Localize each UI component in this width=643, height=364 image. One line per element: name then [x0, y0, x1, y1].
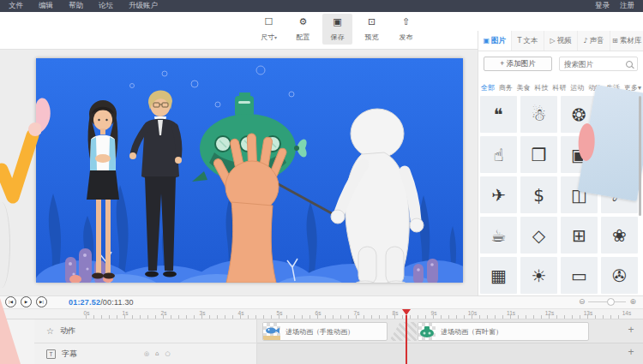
cat-business[interactable]: 商务 [499, 83, 513, 92]
zoom-in-icon[interactable]: ⊕ [629, 298, 636, 306]
tool-icon: ⊡ [357, 16, 387, 27]
search-icon[interactable] [626, 61, 633, 68]
timeline-ruler[interactable]: 0s1s2s3s4s5s6s7s8s9s10s11s12s13s14s [0, 308, 643, 319]
panel-scrollbar[interactable] [639, 96, 641, 216]
subtitle-t-icon: T [46, 349, 56, 359]
tool-icon: ▣ [322, 16, 352, 27]
tab-library[interactable]: ⊞ 素材库 [610, 31, 643, 51]
tab-images[interactable]: ▣ 图片 [478, 31, 512, 51]
tab-icon: ▣ [484, 37, 490, 45]
link-icon[interactable]: ○ [165, 350, 171, 357]
tab-audio[interactable]: ♪ 声音 [578, 31, 611, 51]
cat-food[interactable]: 美食 [517, 83, 531, 92]
skip-start-button[interactable]: |◀ [5, 296, 16, 307]
subtitle-track-lane[interactable] [257, 343, 643, 364]
clip-thumbnail [418, 323, 436, 340]
tool-icon: ☐ [254, 16, 284, 27]
current-time: 01:27.52 [69, 298, 100, 307]
tab-icon: ♪ [584, 37, 588, 45]
playhead-line[interactable] [406, 315, 407, 364]
tool-icon: ⇧ [391, 16, 421, 27]
account-link[interactable]: 注册 [620, 1, 634, 11]
add-clip-button[interactable]: + [625, 346, 637, 358]
mascot-arm [0, 120, 41, 206]
tab-video[interactable]: ▷ 视频 [544, 31, 578, 51]
total-time: 00:11.30 [103, 298, 134, 307]
bouquet-icon[interactable]: ❀ [601, 217, 638, 254]
bus-icon[interactable]: ▭ [561, 257, 598, 294]
preview-tool[interactable]: ⊡ 预览 [357, 14, 387, 45]
ruler-minor-ticks [86, 315, 624, 319]
canvas-scene [36, 58, 463, 283]
mascot-thumb [578, 123, 596, 162]
timeline-clip-hand-push[interactable]: 进场动画（手推动画） [262, 322, 388, 341]
cat-research[interactable]: 科研 [552, 83, 566, 92]
gift-icon[interactable]: ❒ [520, 136, 557, 173]
timeline: ☆ 动作 T 字幕 ◎⌂○ 进场动画（手推动画） [0, 319, 643, 364]
money-bag-icon[interactable]: $ [520, 176, 557, 213]
account-link[interactable]: 登录 [595, 1, 610, 11]
search-input[interactable] [560, 60, 626, 69]
tab-text[interactable]: T 文本 [512, 31, 545, 51]
tab-icon: ⊞ [612, 37, 618, 45]
menu-item[interactable]: 帮助 [69, 1, 83, 11]
menu-item[interactable]: 编辑 [39, 1, 53, 11]
coffee-icon[interactable]: ☕ [480, 217, 517, 254]
search-box [559, 57, 638, 71]
tab-icon: T [517, 37, 521, 45]
skip-end-button[interactable]: ▶| [36, 296, 47, 307]
wechat-icon[interactable]: ❝ [480, 96, 517, 133]
track-subtitle[interactable]: T 字幕 ◎⌂○ [34, 343, 256, 364]
menu-bar: 文件编辑帮助论坛升级账户 登录注册 [0, 0, 643, 12]
menu-item[interactable]: 论坛 [99, 1, 113, 11]
movie-camera-icon[interactable]: ✇ [601, 257, 638, 294]
play-button[interactable]: ▶ [21, 296, 32, 307]
gift-boxes-icon[interactable]: ⊞ [561, 217, 598, 254]
add-image-button[interactable]: + 添加图片 [484, 57, 552, 71]
thumbs-up-icon[interactable]: ☝ [480, 136, 517, 173]
menu-item[interactable]: 升级账户 [129, 1, 158, 11]
qq-icon[interactable]: ☃ [520, 96, 557, 133]
zoom-slider[interactable] [588, 301, 626, 302]
cat-sport[interactable]: 运动 [570, 83, 584, 92]
zoom-out-icon[interactable]: ⊖ [579, 298, 586, 306]
calendar-icon[interactable]: ▦ [480, 257, 517, 294]
diamond-icon[interactable]: ◇ [520, 217, 557, 254]
size-tool[interactable]: ☐ 尺寸▾ [254, 14, 284, 45]
add-clip-button[interactable]: + [625, 324, 637, 336]
tab-icon: ▷ [550, 37, 555, 45]
cat-all[interactable]: 全部 [481, 83, 495, 92]
stage-canvas[interactable] [36, 58, 463, 283]
paper-plane-icon[interactable]: ✈ [480, 176, 517, 213]
tool-icon: ⚙ [288, 16, 318, 27]
timecode: 01:27.52/00:11.30 [69, 298, 134, 307]
zoom-slider-knob[interactable] [607, 298, 615, 306]
timeline-zoom-control: ⊖ ⊕ [579, 298, 636, 306]
visibility-icon[interactable]: ◎ [144, 350, 149, 357]
config-tool[interactable]: ⚙ 配置 [288, 14, 318, 45]
track-action[interactable]: ☆ 动作 [34, 319, 256, 343]
track-label-column: ☆ 动作 T 字幕 ◎⌂○ [34, 319, 257, 364]
playhead-handle[interactable] [402, 309, 411, 315]
lock-icon[interactable]: ⌂ [155, 350, 159, 357]
save-tool[interactable]: ▣ 保存 [322, 14, 352, 45]
sun-icon[interactable]: ☀ [520, 257, 557, 294]
clip-thumbnail [263, 323, 280, 340]
timeline-clip-blinds[interactable]: 进场动画（百叶窗） [418, 322, 589, 341]
menu-item[interactable]: 文件 [9, 1, 23, 11]
app-window: 文件编辑帮助论坛升级账户 登录注册 ☐ 尺寸▾ ⚙ 配置 ▣ 保存 ⊡ 预览 [0, 0, 643, 364]
star-icon: ☆ [46, 327, 54, 336]
publish-tool[interactable]: ⇧ 发布 [391, 14, 421, 45]
cat-tech[interactable]: 科技 [535, 83, 549, 92]
